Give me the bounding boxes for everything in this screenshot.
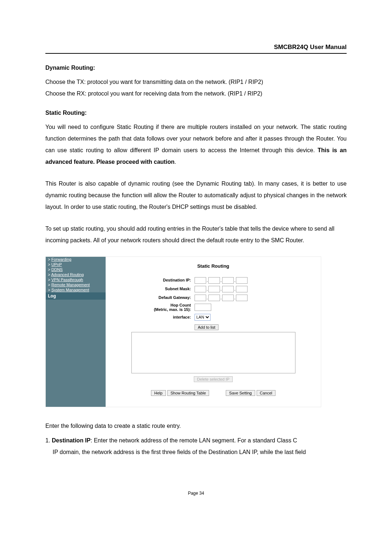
route-list-box[interactable] [131,332,295,373]
destination-ip-octet-2[interactable] [208,277,220,284]
label-hop-count: Hop Count(Metric, max. is 15): [113,303,195,312]
para-dynamic-routing: Choose the TX: protocol you want for tra… [45,76,347,100]
default-gateway-octet-3[interactable] [222,295,234,301]
save-setting-button[interactable]: Save Setting [226,390,255,396]
page-number: Page 34 [45,491,347,496]
sidebar-item-advanced-routing[interactable]: > Advanced Routing [46,272,106,277]
destination-ip-octet-3[interactable] [222,277,234,284]
list-item-1: 1. Destination IP: Enter the network add… [45,435,347,446]
list-number: 1. [45,437,52,443]
label-subnet-mask: Subnet Mask: [113,287,195,291]
router-ui-figure: > Forwarding > UPnP > DDNS > Advanced Ro… [45,256,347,407]
subnet-mask-octet-1[interactable] [195,286,206,292]
help-button[interactable]: Help [151,390,166,396]
delete-selected-ip-button[interactable]: Delete selected IP [194,376,233,382]
label-destination-ip: Destination IP: [113,278,195,282]
header-rule [45,53,347,54]
sidebar-item-forwarding[interactable]: > Forwarding [46,257,106,262]
list-bold-term: Destination IP [52,437,91,443]
sidebar-log[interactable]: Log [46,292,106,300]
list-item-1-continuation: IP domain, the network address is the fi… [45,446,347,458]
router-main-panel: Static Routing Destination IP: ... Subne… [106,257,321,407]
sidebar-item-ddns[interactable]: > DDNS [46,267,106,272]
sidebar-item-system-management[interactable]: > System Management [46,287,106,292]
add-to-list-button[interactable]: Add to list [195,324,219,330]
default-gateway-octet-2[interactable] [208,295,220,301]
label-default-gateway: Default Gateway: [113,295,195,300]
subnet-mask-octet-3[interactable] [222,286,234,292]
list-rest: : Enter the network address of the remot… [90,437,297,443]
default-gateway-octet-4[interactable] [236,295,248,301]
cancel-button[interactable]: Cancel [257,390,275,396]
heading-static-routing: Static Routing: [45,110,347,116]
subnet-mask-octet-2[interactable] [208,286,220,292]
heading-dynamic-routing: Dynamic Routing: [45,65,347,71]
show-routing-table-button[interactable]: Show Routing Table [167,390,209,396]
text-line: Choose the RX: protocol you want for rec… [45,90,262,97]
router-sidebar: > Forwarding > UPnP > DDNS > Advanced Ro… [46,257,106,407]
para-static-routing-2: This Router is also capable of dynamic r… [45,178,347,213]
text-line: Choose the TX: protocol you want for tra… [45,79,263,85]
text-segment: . [175,159,176,165]
subnet-mask-octet-4[interactable] [236,286,248,292]
para-static-routing-3: To set up static routing, you should add… [45,223,347,246]
router-main-title: Static Routing [113,263,314,269]
interface-select[interactable]: LAN [195,314,211,321]
label-interface: interface: [113,315,195,319]
sidebar-item-remote-management[interactable]: > Remote Management [46,282,106,287]
para-static-routing-1: You will need to configure Static Routin… [45,121,347,168]
sidebar-item-vpn-passthrough[interactable]: > VPN Passthrough [46,277,106,282]
sidebar-item-upnp[interactable]: > UPnP [46,262,106,267]
page-header-title: SMCBR24Q User Manual [45,44,347,53]
hop-count-input[interactable] [195,304,211,311]
footer-intro-text: Enter the following data to create a sta… [45,420,347,432]
destination-ip-octet-4[interactable] [236,277,248,284]
text-segment: You will need to configure Static Routin… [45,124,347,153]
destination-ip-octet-1[interactable] [195,277,206,284]
default-gateway-octet-1[interactable] [195,295,206,301]
